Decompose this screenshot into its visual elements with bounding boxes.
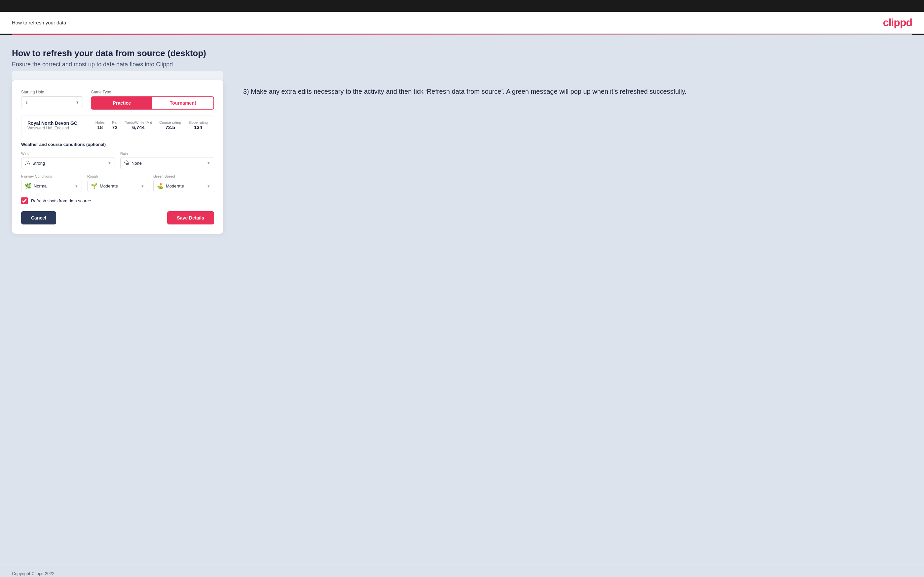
rough-arrow-icon: ▼ xyxy=(141,184,144,188)
rain-group: Rain 🌤 None ▼ xyxy=(120,152,214,169)
instruction-text: 3) Make any extra edits necessary to the… xyxy=(243,87,912,97)
save-button[interactable]: Save Details xyxy=(167,211,215,224)
wind-arrow-icon: ▼ xyxy=(108,161,111,165)
yards-stat: Yards/White (M)) 6,744 xyxy=(125,121,152,131)
main-content: How to refresh your data from source (de… xyxy=(0,35,924,565)
course-rating-stat: Course rating 72.5 xyxy=(159,121,181,131)
btn-row: Cancel Save Details xyxy=(21,211,214,224)
starting-hole-label: Starting Hole xyxy=(21,90,83,94)
page-heading: How to refresh your data from source (de… xyxy=(12,48,912,58)
starting-hole-group: Starting Hole 1 ▼ xyxy=(21,90,83,110)
top-fields-row: Starting Hole 1 ▼ Game Type Practice Tou… xyxy=(21,90,214,110)
header: How to refresh your data clippd xyxy=(0,12,924,34)
wind-group: Wind 🌬 Strong ▼ xyxy=(21,152,115,169)
checkbox-row: Refresh shots from data source xyxy=(21,197,214,204)
fairway-select[interactable]: 🌿 Normal ▼ xyxy=(21,180,82,192)
green-speed-label: Green Speed xyxy=(153,174,214,178)
rain-label: Rain xyxy=(120,152,214,155)
logo: clippd xyxy=(883,16,912,29)
game-type-label: Game Type xyxy=(91,90,214,94)
practice-btn[interactable]: Practice xyxy=(92,97,153,109)
slope-rating-stat: Slope rating 134 xyxy=(188,121,208,131)
fairway-group: Fairway Conditions 🌿 Normal ▼ xyxy=(21,174,82,192)
green-speed-value: Moderate xyxy=(166,184,205,189)
yards-value: 6,744 xyxy=(132,124,145,130)
rain-icon: 🌤 xyxy=(124,160,129,166)
wind-label: Wind xyxy=(21,152,115,155)
course-rating-label: Course rating xyxy=(159,121,181,124)
holes-label: Holes xyxy=(95,121,105,124)
fairway-rough-green-row: Fairway Conditions 🌿 Normal ▼ Rough 🌱 Mo… xyxy=(21,174,214,192)
refresh-label: Refresh shots from data source xyxy=(31,198,91,203)
starting-hole-select-wrapper[interactable]: 1 ▼ xyxy=(21,97,83,108)
wind-select[interactable]: 🌬 Strong ▼ xyxy=(21,157,115,169)
page-subheading: Ensure the correct and most up to date d… xyxy=(12,61,912,68)
content-row: Starting Hole 1 ▼ Game Type Practice Tou… xyxy=(12,80,912,234)
top-bar xyxy=(0,0,924,12)
course-info: Royal North Devon GC, Westward Ho!, Engl… xyxy=(27,121,90,131)
holes-value: 18 xyxy=(97,124,103,130)
rain-arrow-icon: ▼ xyxy=(207,161,210,165)
fairway-label: Fairway Conditions xyxy=(21,174,82,178)
starting-hole-select[interactable]: 1 xyxy=(21,97,82,108)
slope-rating-label: Slope rating xyxy=(188,121,208,124)
course-location: Westward Ho!, England xyxy=(27,126,90,131)
fairway-arrow-icon: ▼ xyxy=(75,184,78,188)
footer-text: Copyright Clippd 2022 xyxy=(12,571,55,576)
header-title: How to refresh your data xyxy=(12,20,66,26)
green-speed-select[interactable]: ⛳ Moderate ▼ xyxy=(153,180,214,192)
wind-value: Strong xyxy=(32,161,105,166)
yards-label: Yards/White (M)) xyxy=(125,121,152,124)
fairway-icon: 🌿 xyxy=(25,183,31,189)
footer: Copyright Clippd 2022 xyxy=(0,565,924,577)
par-stat: Par 72 xyxy=(112,121,118,131)
rain-select[interactable]: 🌤 None ▼ xyxy=(120,157,214,169)
rough-select[interactable]: 🌱 Moderate ▼ xyxy=(87,180,148,192)
green-speed-arrow-icon: ▼ xyxy=(207,184,210,188)
course-name: Royal North Devon GC, xyxy=(27,121,90,126)
course-row: Royal North Devon GC, Westward Ho!, Engl… xyxy=(21,116,214,135)
green-speed-group: Green Speed ⛳ Moderate ▼ xyxy=(153,174,214,192)
rough-value: Moderate xyxy=(100,184,139,189)
form-card: Starting Hole 1 ▼ Game Type Practice Tou… xyxy=(12,80,223,234)
rough-label: Rough xyxy=(87,174,148,178)
refresh-checkbox[interactable] xyxy=(21,197,28,204)
course-stats: Holes 18 Par 72 Yards/White (M)) 6,744 C… xyxy=(95,121,208,131)
right-content: 3) Make any extra edits necessary to the… xyxy=(243,80,912,97)
course-rating-value: 72.5 xyxy=(165,124,175,130)
fairway-value: Normal xyxy=(34,184,72,189)
rough-icon: 🌱 xyxy=(91,183,97,189)
tournament-btn[interactable]: Tournament xyxy=(152,97,213,109)
par-label: Par xyxy=(112,121,118,124)
rough-group: Rough 🌱 Moderate ▼ xyxy=(87,174,148,192)
slope-rating-value: 134 xyxy=(194,124,202,130)
conditions-title: Weather and course conditions (optional) xyxy=(21,142,214,147)
game-type-group: Game Type Practice Tournament xyxy=(91,90,214,110)
game-type-toggle: Practice Tournament xyxy=(91,97,214,110)
wind-icon: 🌬 xyxy=(25,160,30,166)
par-value: 72 xyxy=(112,124,118,130)
rain-value: None xyxy=(131,161,205,166)
holes-stat: Holes 18 xyxy=(95,121,105,131)
wind-rain-row: Wind 🌬 Strong ▼ Rain 🌤 None ▼ xyxy=(21,152,214,169)
cancel-button[interactable]: Cancel xyxy=(21,211,56,224)
green-speed-icon: ⛳ xyxy=(157,183,163,189)
